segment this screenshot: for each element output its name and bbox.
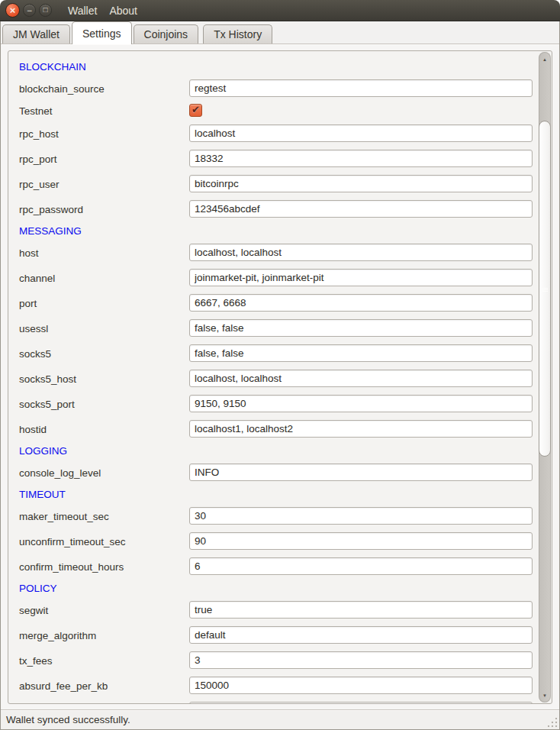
next-field-input[interactable]	[189, 702, 533, 703]
form-row: segwit	[8, 597, 552, 622]
usessl-input[interactable]	[189, 319, 533, 337]
form-row: rpc_password	[8, 196, 552, 221]
hostid-input[interactable]	[189, 420, 533, 438]
form-row: host	[8, 240, 552, 265]
maximize-icon: □	[43, 6, 47, 14]
field-label: socks5	[19, 347, 51, 359]
field-label: confirm_timeout_hours	[19, 560, 124, 572]
confirm-timeout-hours-input[interactable]	[189, 557, 533, 575]
channel-input[interactable]	[189, 269, 533, 286]
form-row: rpc_user	[8, 171, 552, 196]
scrollbar-thumb[interactable]	[539, 121, 551, 457]
maker-timeout-sec-input[interactable]	[189, 507, 533, 525]
merge-algorithm-input[interactable]	[189, 626, 533, 644]
field-label: blockchain_source	[19, 82, 105, 94]
field-label: segwit	[19, 604, 48, 615]
minimize-button[interactable]: −	[23, 4, 36, 17]
rpc-host-input[interactable]	[189, 124, 533, 142]
tx-fees-input[interactable]	[189, 651, 533, 669]
menu-about[interactable]: About	[103, 5, 143, 17]
menubar: Wallet About	[62, 5, 143, 17]
settings-scroll-area: BLOCKCHAIN blockchain_source Testnet ✔ r…	[8, 50, 552, 704]
form-row: blockchain_source	[8, 76, 552, 101]
form-row: maker_timeout_sec	[8, 503, 552, 528]
field-label: merge_algorithm	[19, 629, 96, 641]
field-label: usessl	[19, 322, 48, 334]
segwit-input[interactable]	[189, 601, 533, 619]
field-label: socks5_port	[19, 398, 75, 409]
field-label: absurd_fee_per_kb	[19, 680, 108, 691]
host-input[interactable]	[189, 244, 533, 261]
field-label: unconfirm_timeout_sec	[19, 535, 126, 547]
resize-grip-icon[interactable]	[548, 718, 558, 728]
rpc-port-input[interactable]	[189, 150, 533, 167]
maximize-button[interactable]: □	[39, 4, 52, 17]
socks5-input[interactable]	[189, 344, 533, 362]
field-label: console_log_level	[19, 467, 101, 478]
field-label: rpc_port	[19, 153, 57, 164]
field-label: socks5_host	[19, 373, 76, 384]
form-row: console_log_level	[8, 460, 552, 485]
field-label: Testnet	[19, 105, 53, 117]
blockchain-source-input[interactable]	[189, 79, 533, 97]
tab-label: Coinjoins	[144, 28, 188, 40]
field-label: rpc_user	[19, 178, 60, 189]
app-window: × − □ Wallet About JM Wallet Settings Co…	[0, 0, 560, 730]
close-button[interactable]: ×	[5, 3, 20, 18]
tab-tx-history[interactable]: Tx History	[203, 24, 272, 44]
field-label: rpc_password	[19, 203, 83, 215]
form-row: confirm_timeout_hours	[8, 554, 552, 579]
console-log-level-input[interactable]	[189, 464, 533, 481]
form-row: unconfirm_timeout_sec	[8, 528, 552, 554]
absurd-fee-per-kb-input[interactable]	[189, 677, 533, 694]
rpc-user-input[interactable]	[189, 175, 533, 192]
section-header-blockchain: BLOCKCHAIN	[19, 61, 86, 73]
vertical-scrollbar[interactable]: ▲ ▼	[539, 52, 551, 703]
tab-settings[interactable]: Settings	[72, 21, 132, 44]
form-row: tx_fees	[8, 648, 552, 673]
socks5-host-input[interactable]	[189, 370, 533, 387]
form-row-partial	[8, 698, 552, 703]
form-row: usessl	[8, 315, 552, 341]
section-header-policy: POLICY	[19, 583, 57, 594]
form-row: Testnet ✔	[8, 101, 552, 121]
scroll-down-icon: ▼	[542, 693, 547, 698]
tab-coinjoins[interactable]: Coinjoins	[134, 24, 199, 44]
form-row: socks5_port	[8, 391, 552, 416]
form-row: absurd_fee_per_kb	[8, 673, 552, 698]
unconfirm-timeout-sec-input[interactable]	[189, 532, 533, 550]
scroll-up-button[interactable]: ▲	[539, 53, 551, 66]
titlebar: × − □ Wallet About	[0, 0, 560, 21]
form-row: hostid	[8, 416, 552, 441]
section-header-messaging: MESSAGING	[19, 225, 82, 237]
form-row: port	[8, 290, 552, 315]
status-message: Wallet synced successfully.	[6, 714, 130, 725]
tab-jm-wallet[interactable]: JM Wallet	[2, 24, 70, 44]
scroll-down-button[interactable]: ▼	[539, 689, 551, 702]
form-row: socks5_host	[8, 366, 552, 391]
menu-wallet[interactable]: Wallet	[62, 5, 103, 17]
form-row: rpc_port	[8, 146, 552, 171]
form-row: rpc_host	[8, 121, 552, 146]
settings-pane: BLOCKCHAIN blockchain_source Testnet ✔ r…	[1, 44, 559, 709]
scroll-up-icon: ▲	[542, 57, 547, 62]
status-bar: Wallet synced successfully.	[1, 709, 559, 729]
tab-label: Settings	[82, 27, 121, 40]
field-label: rpc_host	[19, 128, 59, 139]
form-row: socks5	[8, 341, 552, 366]
field-label: tx_fees	[19, 654, 53, 666]
tab-label: Tx History	[214, 28, 262, 40]
form-row: channel	[8, 265, 552, 290]
socks5-port-input[interactable]	[189, 395, 533, 412]
scrollbar-grip-icon	[542, 288, 548, 292]
close-icon: ×	[10, 5, 16, 15]
field-label: hostid	[19, 423, 47, 434]
rpc-password-input[interactable]	[189, 200, 533, 218]
tab-label: JM Wallet	[13, 28, 60, 40]
testnet-checkbox[interactable]: ✔	[189, 104, 202, 117]
form-row: merge_algorithm	[8, 622, 552, 648]
port-input[interactable]	[189, 294, 533, 312]
check-icon: ✔	[191, 105, 200, 115]
minimize-icon: −	[27, 6, 32, 15]
section-header-timeout: TIMEOUT	[19, 489, 66, 500]
